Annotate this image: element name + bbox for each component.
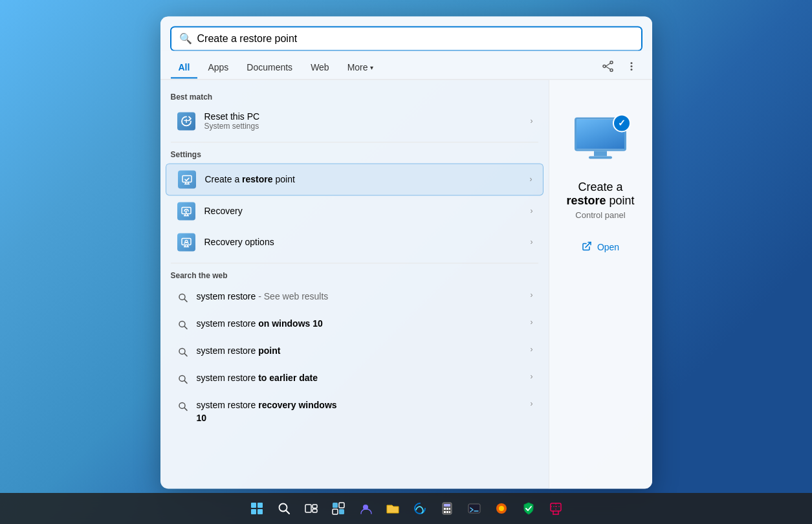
svg-rect-47 bbox=[444, 508, 446, 510]
tab-web[interactable]: Web bbox=[303, 57, 337, 78]
web-result-4[interactable]: system restore to earlier date › bbox=[166, 366, 543, 393]
reset-pc-icon bbox=[176, 111, 197, 131]
search-input[interactable] bbox=[197, 33, 633, 45]
chevron-down-icon: ▾ bbox=[370, 64, 373, 71]
open-external-icon bbox=[582, 241, 592, 254]
web-search-icon-4 bbox=[176, 372, 190, 386]
svg-rect-31 bbox=[251, 503, 256, 508]
svg-rect-40 bbox=[333, 503, 338, 508]
web-result-3-text: system restore point bbox=[197, 345, 524, 358]
web-search-icon-2 bbox=[176, 318, 190, 332]
recovery-options-icon bbox=[176, 232, 197, 252]
recovery-options-chevron: › bbox=[531, 237, 533, 246]
create-restore-chevron: › bbox=[530, 175, 532, 184]
web-result-2[interactable]: system restore on windows 10 › bbox=[166, 311, 543, 338]
svg-rect-42 bbox=[333, 509, 338, 514]
tab-documents[interactable]: Documents bbox=[239, 57, 300, 78]
web-result-5[interactable]: system restore recovery windows10 › bbox=[166, 393, 543, 431]
monitor-screen: ✓ bbox=[575, 117, 626, 151]
taskbar-chat[interactable] bbox=[353, 496, 379, 521]
svg-point-0 bbox=[610, 61, 613, 63]
taskbar-task-view[interactable] bbox=[298, 496, 324, 521]
svg-line-24 bbox=[184, 326, 187, 329]
result-recovery-options[interactable]: Recovery options › bbox=[166, 226, 543, 257]
taskbar-file-explorer[interactable] bbox=[380, 496, 406, 521]
create-restore-icon bbox=[177, 169, 197, 190]
web-result-2-text: system restore on windows 10 bbox=[197, 318, 524, 331]
tab-actions bbox=[598, 56, 642, 76]
tab-apps[interactable]: Apps bbox=[200, 57, 236, 78]
web-result-4-text: system restore to earlier date bbox=[197, 372, 524, 385]
svg-rect-50 bbox=[444, 511, 446, 513]
best-match-label: Best match bbox=[160, 90, 549, 105]
svg-rect-38 bbox=[313, 505, 317, 508]
svg-rect-51 bbox=[446, 511, 448, 513]
svg-point-56 bbox=[499, 506, 504, 511]
open-button[interactable]: Open bbox=[571, 235, 630, 259]
monitor-base bbox=[589, 156, 612, 158]
taskbar-edge[interactable] bbox=[407, 496, 433, 521]
taskbar-firefox[interactable] bbox=[488, 496, 514, 521]
taskbar-shield[interactable] bbox=[516, 496, 542, 521]
preview-icon-container: ✓ bbox=[568, 105, 633, 170]
divider-1 bbox=[171, 142, 538, 142]
share-button[interactable] bbox=[598, 56, 619, 76]
svg-rect-41 bbox=[339, 503, 344, 508]
svg-rect-46 bbox=[444, 504, 450, 507]
svg-point-5 bbox=[630, 62, 632, 64]
result-reset-pc[interactable]: Reset this PC System settings › bbox=[166, 105, 543, 136]
recovery-text: Recovery bbox=[204, 206, 531, 216]
web-result-3-chevron: › bbox=[531, 345, 533, 354]
taskbar-windows-start[interactable] bbox=[244, 496, 270, 521]
svg-line-22 bbox=[184, 299, 187, 301]
web-search-icon-5 bbox=[176, 399, 190, 413]
svg-rect-33 bbox=[251, 509, 256, 514]
tab-all[interactable]: All bbox=[171, 57, 198, 78]
search-bar-container: 🔍 bbox=[160, 16, 652, 50]
web-result-3[interactable]: system restore point › bbox=[166, 338, 543, 366]
web-result-4-chevron: › bbox=[531, 372, 533, 381]
reset-pc-subtitle: System settings bbox=[204, 122, 531, 131]
taskbar bbox=[0, 493, 812, 524]
web-result-5-text: system restore recovery windows10 bbox=[197, 399, 524, 424]
svg-point-7 bbox=[630, 69, 632, 71]
recovery-options-title: Recovery options bbox=[204, 237, 531, 247]
taskbar-calculator[interactable] bbox=[434, 496, 460, 521]
search-icon: 🔍 bbox=[179, 32, 192, 45]
svg-line-28 bbox=[184, 380, 187, 383]
svg-rect-8 bbox=[182, 175, 192, 182]
taskbar-widgets[interactable] bbox=[325, 496, 351, 521]
taskbar-snipping-tool[interactable] bbox=[543, 496, 569, 521]
recovery-chevron: › bbox=[531, 206, 533, 215]
svg-rect-52 bbox=[449, 511, 450, 513]
web-result-1[interactable]: system restore - See web results › bbox=[166, 284, 543, 311]
settings-label: Settings bbox=[160, 147, 549, 163]
search-panel: 🔍 All Apps Documents Web More ▾ bbox=[160, 16, 652, 488]
taskbar-search[interactable] bbox=[271, 496, 297, 521]
create-restore-title: Create a restore point bbox=[205, 174, 530, 184]
recovery-options-text: Recovery options bbox=[204, 237, 531, 247]
svg-rect-43 bbox=[339, 509, 344, 514]
svg-rect-48 bbox=[446, 508, 448, 510]
recovery-title: Recovery bbox=[204, 206, 531, 216]
svg-rect-16 bbox=[182, 238, 191, 245]
web-result-2-chevron: › bbox=[531, 318, 533, 327]
search-web-label: Search the web bbox=[160, 268, 549, 284]
svg-line-4 bbox=[606, 66, 610, 69]
taskbar-terminal[interactable] bbox=[461, 496, 487, 521]
result-recovery[interactable]: Recovery › bbox=[166, 195, 543, 226]
svg-rect-32 bbox=[258, 503, 263, 508]
svg-line-30 bbox=[184, 408, 187, 410]
svg-rect-39 bbox=[313, 509, 317, 512]
more-options-button[interactable] bbox=[621, 56, 642, 76]
content-area: Best match Reset this PC System settings bbox=[160, 80, 652, 488]
preview-subtitle: Control panel bbox=[575, 210, 625, 220]
right-panel: ✓ Create a restore point Control panel bbox=[549, 80, 652, 488]
result-create-restore[interactable]: Create a restore point › bbox=[166, 163, 543, 195]
search-bar: 🔍 bbox=[171, 27, 642, 50]
create-restore-text: Create a restore point bbox=[205, 174, 530, 184]
monitor-icon: ✓ bbox=[575, 117, 626, 159]
tab-more[interactable]: More ▾ bbox=[340, 57, 381, 78]
svg-rect-37 bbox=[305, 505, 311, 512]
reset-pc-chevron: › bbox=[531, 116, 533, 126]
